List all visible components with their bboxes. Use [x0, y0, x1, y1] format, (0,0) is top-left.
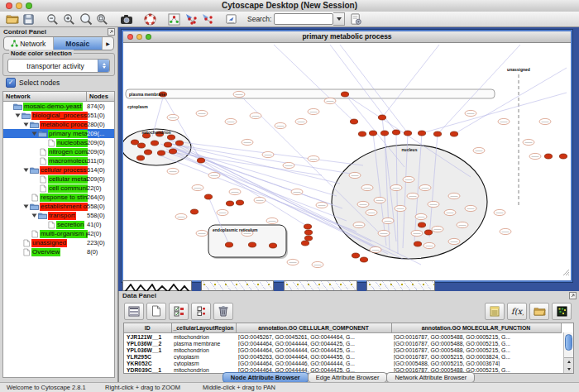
unselect-attributes-button[interactable]	[191, 303, 211, 320]
highlighted-gene-node[interactable]	[450, 131, 457, 136]
scroll-down-icon[interactable]	[567, 368, 571, 370]
highlighted-gene-node[interactable]	[380, 131, 388, 136]
gene-node[interactable]	[428, 201, 439, 207]
highlighted-gene-node[interactable]	[157, 151, 165, 155]
app-titlebar[interactable]: Cytoscape Desktop (New Session)	[0, 0, 579, 12]
gene-node[interactable]	[242, 139, 253, 145]
background-window-thumbnail[interactable]	[284, 280, 357, 291]
gene-node[interactable]	[382, 218, 394, 223]
gene-node[interactable]	[312, 261, 323, 267]
highlighted-gene-node[interactable]	[304, 224, 311, 229]
highlighted-gene-node[interactable]	[248, 242, 256, 247]
gene-node[interactable]	[287, 259, 299, 265]
zoom-selected-button[interactable]	[95, 12, 109, 26]
open-session-button[interactable]	[5, 12, 19, 26]
highlighted-gene-node[interactable]	[131, 140, 138, 145]
background-window-thumbnail[interactable]	[201, 280, 274, 291]
tree-row-secretion[interactable]: secretion41(0)	[3, 220, 114, 229]
tree-row-multi-organism-pro[interactable]: multi-organism pro42(0)	[3, 229, 114, 238]
gene-node[interactable]	[167, 168, 179, 174]
network-canvas[interactable]: plasma membranecytoplasmmitochondrionnuc…	[123, 43, 571, 280]
gene-node[interactable]	[283, 162, 294, 168]
minimize-icon[interactable]	[136, 34, 142, 40]
gene-node[interactable]	[175, 213, 187, 219]
gene-node[interactable]	[353, 222, 365, 227]
gene-node[interactable]	[374, 197, 385, 203]
gene-node[interactable]	[465, 205, 476, 211]
table-row[interactable]: YPL036W__2plasma membrane[GO:0044464, GO…	[124, 340, 561, 347]
gene-node[interactable]	[423, 242, 435, 248]
highlighted-gene-node[interactable]	[137, 143, 145, 148]
tree-row-mosaic-demo-yeast[interactable]: mosaic-demo-yeast874(0)	[3, 102, 114, 111]
close-icon[interactable]	[127, 34, 133, 40]
highlighted-gene-node[interactable]	[236, 200, 243, 205]
gene-node[interactable]	[523, 139, 534, 145]
maximize-icon[interactable]	[26, 2, 32, 9]
new-attribute-button[interactable]	[146, 303, 166, 320]
destroy-view-button[interactable]	[200, 12, 214, 26]
network-canvas-area[interactable]: plasma membranecytoplasmmitochondrionnuc…	[123, 43, 571, 280]
tree-row-nitrogen-compo[interactable]: nitrogen compo209(0)	[3, 147, 114, 156]
minimize-icon[interactable]	[16, 2, 22, 9]
tab-mosaic[interactable]: Mosaic	[54, 37, 103, 50]
gene-node[interactable]	[448, 193, 460, 198]
background-window-thumbnail[interactable]	[122, 280, 192, 291]
highlighted-gene-node[interactable]	[559, 154, 567, 159]
search-input[interactable]	[274, 13, 333, 25]
disclosure-triangle-icon[interactable]	[14, 112, 21, 118]
gene-node[interactable]	[308, 108, 319, 114]
gene-node[interactable]	[217, 209, 228, 215]
highlighted-gene-node[interactable]	[225, 242, 232, 247]
gene-node[interactable]	[262, 151, 274, 157]
gene-node[interactable]	[457, 222, 468, 227]
disclosure-triangle-icon[interactable]	[31, 131, 37, 136]
highlighted-gene-node[interactable]	[304, 236, 312, 241]
table-row[interactable]: YKR052Ccytoplasm[GO:0044464, GO:0044446,…	[124, 360, 561, 366]
gene-node[interactable]	[366, 209, 377, 215]
tree-row-macromolecule[interactable]: macromolecule311(0)	[3, 156, 114, 165]
gene-node[interactable]	[250, 112, 261, 118]
highlighted-gene-node[interactable]	[167, 135, 175, 140]
tree-row-unassigned[interactable]: unassigned223(0)	[3, 238, 114, 247]
create-view-button[interactable]	[184, 12, 198, 26]
highlighted-gene-node[interactable]	[301, 241, 309, 246]
highlighted-gene-node[interactable]	[544, 154, 552, 159]
gene-node[interactable]	[208, 172, 220, 178]
highlighted-gene-node[interactable]	[392, 130, 400, 135]
table-row[interactable]: YJR121W__1mitochondrion[GO:0045267, GO:0…	[124, 333, 561, 341]
tab-overflow-button[interactable]: ▶	[103, 37, 113, 50]
gene-node[interactable]	[275, 122, 286, 128]
gene-node[interactable]	[395, 205, 406, 211]
gene-node[interactable]	[390, 184, 402, 190]
highlighted-gene-node[interactable]	[304, 230, 312, 235]
highlighted-gene-node[interactable]	[175, 141, 183, 146]
gene-node[interactable]	[539, 118, 551, 124]
network-window-titlebar[interactable]: primary metabolic process	[123, 31, 571, 43]
network-view-window[interactable]: primary metabolic process plasma membran…	[122, 30, 572, 282]
highlighted-gene-node[interactable]	[341, 92, 348, 97]
gene-node[interactable]	[229, 189, 241, 194]
gene-node[interactable]	[473, 147, 485, 153]
highlighted-gene-node[interactable]	[358, 131, 366, 136]
tree-row-biological-process[interactable]: biological_process651(0)	[3, 111, 114, 120]
gene-node[interactable]	[448, 238, 460, 244]
attribute-editor-button[interactable]	[485, 303, 505, 320]
gene-node[interactable]	[411, 230, 423, 236]
attribute-table-header[interactable]: ID_cellularLayoutRegionannotation.GO CEL…	[124, 323, 561, 333]
highlighted-gene-node[interactable]	[136, 155, 144, 160]
gene-node[interactable]	[378, 230, 390, 236]
tree-row-cellular-metabo[interactable]: cellular metabo209(0)	[3, 174, 114, 184]
gene-node[interactable]	[407, 193, 419, 198]
node-color-dropdown[interactable]: transporter activity	[7, 59, 110, 73]
column-header[interactable]: annotation.GO MOLECULAR_FUNCTION	[391, 323, 561, 333]
highlighted-gene-node[interactable]	[418, 131, 425, 136]
gene-node[interactable]	[291, 189, 303, 194]
highlighted-gene-node[interactable]	[350, 119, 357, 124]
highlighted-gene-node[interactable]	[418, 222, 425, 227]
mosaic-button[interactable]	[552, 303, 572, 320]
tree-row-overview[interactable]: Overview8(0)	[3, 247, 114, 256]
gene-node[interactable]	[308, 155, 319, 161]
attribute-select-button[interactable]	[124, 303, 144, 320]
gene-node[interactable]	[529, 153, 541, 159]
gene-node[interactable]	[225, 118, 237, 124]
